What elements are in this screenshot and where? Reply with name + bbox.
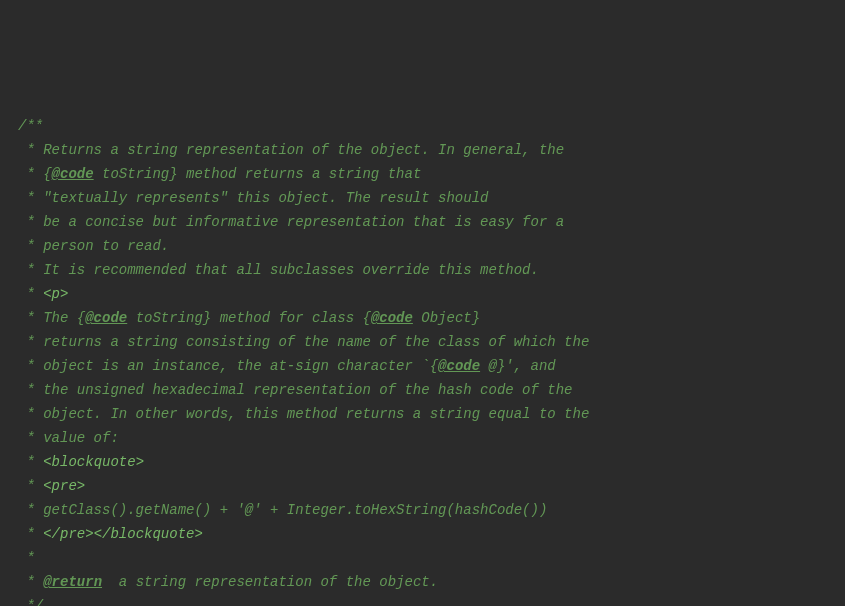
javadoc-line: * </pre></blockquote> [18, 526, 203, 542]
javadoc-line: * value of: [18, 430, 119, 446]
javadoc-line: * object. In other words, this method re… [18, 406, 589, 422]
javadoc-line: * It is recommended that all subclasses … [18, 262, 539, 278]
code-editor-viewport[interactable]: /** * Returns a string representation of… [18, 114, 845, 606]
javadoc-line: * be a concise but informative represent… [18, 214, 564, 230]
javadoc-tag-code: @code [438, 358, 480, 374]
javadoc-line: * <blockquote> [18, 454, 144, 470]
javadoc-tag-code: @code [85, 310, 127, 326]
javadoc-line: * the unsigned hexadecimal representatio… [18, 382, 573, 398]
javadoc-close: */ [18, 598, 43, 606]
javadoc-html-blockquote-close: </blockquote> [94, 526, 203, 542]
javadoc-html-blockquote: <blockquote> [43, 454, 144, 470]
javadoc-line: * {@code toString} method returns a stri… [18, 166, 421, 182]
javadoc-line: * @return a string representation of the… [18, 574, 438, 590]
javadoc-line: * <pre> [18, 478, 85, 494]
javadoc-line: * Returns a string representation of the… [18, 142, 564, 158]
javadoc-line: * The {@code toString} method for class … [18, 310, 480, 326]
javadoc-tag-code: @code [52, 166, 94, 182]
javadoc-html-p: <p> [43, 286, 68, 302]
javadoc-line: * [18, 550, 35, 566]
javadoc-open: /** [18, 118, 43, 134]
javadoc-line: * person to read. [18, 238, 169, 254]
javadoc-line: * getClass().getName() + '@' + Integer.t… [18, 502, 547, 518]
javadoc-tag-code: @code [371, 310, 413, 326]
javadoc-line: * "textually represents" this object. Th… [18, 190, 488, 206]
javadoc-tag-return: @return [43, 574, 102, 590]
javadoc-line: * <p> [18, 286, 68, 302]
javadoc-html-pre-close: </pre> [43, 526, 93, 542]
javadoc-line: * object is an instance, the at-sign cha… [18, 358, 556, 374]
javadoc-line: * returns a string consisting of the nam… [18, 334, 589, 350]
javadoc-html-pre: <pre> [43, 478, 85, 494]
